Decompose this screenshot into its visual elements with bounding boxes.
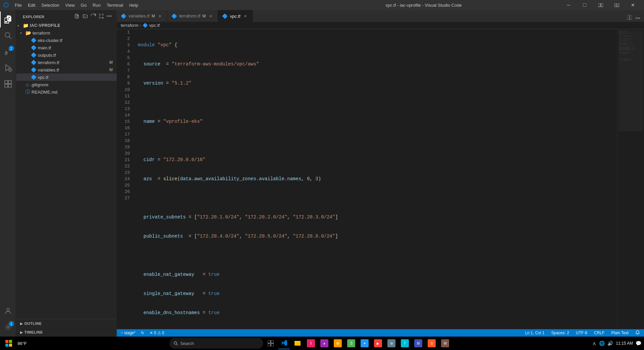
refresh-button[interactable] [90,13,97,20]
collapse-all-button[interactable] [98,13,105,20]
taskbar-explorer[interactable] [291,337,304,349]
svg-rect-26 [9,344,12,347]
weather-widget[interactable]: 86°F [16,337,28,349]
code-area[interactable]: module "vpc" { source = "terraform-aws-m… [135,29,617,329]
code-line-1: module "vpc" { [138,42,617,48]
file-variables[interactable]: 🔷 variables.tf M [16,66,117,73]
menu-edit[interactable]: Edit [25,2,38,8]
code-line-13: enable_nat_gateway = true [138,271,617,278]
notifications-item[interactable] [634,329,641,337]
more-tabs-button[interactable]: ••• [634,14,641,22]
taskbar-search[interactable]: Search [169,338,263,349]
start-button[interactable] [3,337,15,349]
menu-view[interactable]: View [63,2,77,8]
taskbar-app-8[interactable]: T [399,337,411,349]
terraform-folder-item[interactable]: ▾ 📂 terraform [16,29,117,37]
breadcrumb-terraform[interactable]: terraform [121,23,139,28]
root-folder-item[interactable]: ▾ 📁 IAC-VPROFILE [16,22,117,29]
more-actions-button[interactable]: ••• [106,13,113,20]
file-vpc[interactable]: 🔷 vpc.tf [16,73,117,81]
split-editor-button[interactable] [626,14,633,22]
file-outputs[interactable]: 🔷 outputs.tf [16,51,117,59]
taskbar-datetime[interactable]: 11:15 AM [616,341,633,346]
activity-account[interactable] [0,303,16,319]
file-readme[interactable]: ⓘ README.md [16,88,117,96]
language-item[interactable]: Plain Text [610,329,630,337]
breadcrumb-vpc[interactable]: vpc.tf [149,23,160,28]
line-num-12: 12 [117,99,132,106]
taskbar-app-7[interactable]: ⚙ [385,337,397,349]
position-item[interactable]: Ln 1, Col 1 [524,329,546,337]
code-line-4 [138,99,617,106]
new-file-button[interactable] [74,13,80,20]
taskbar-app-2[interactable]: ♦ [318,337,330,349]
editor-area: 🔷 variables.tf M × 🔷 terraform.tf M × 🔷 … [117,10,644,337]
menu-help[interactable]: Help [126,2,141,8]
timeline-header[interactable]: ▶ TIMELINE [16,328,117,337]
menu-selection[interactable]: Selection [39,2,62,8]
activity-run[interactable] [0,60,16,76]
maximize-button[interactable] [577,0,592,10]
new-folder-button[interactable] [82,13,89,20]
sidebar-bottom: ▶ OUTLINE ▶ TIMELINE [16,319,117,337]
svg-rect-18 [8,84,11,87]
tab-terraform[interactable]: 🔷 terraform.tf M × [167,10,218,22]
notification-center-button[interactable]: 💬 [636,341,641,346]
activity-search[interactable] [0,28,16,44]
taskbar-network-icon[interactable]: 🌐 [599,341,605,346]
menu-run[interactable]: Run [90,2,103,8]
activity-explorer[interactable] [0,11,16,28]
activity-source-control[interactable]: 2 [0,44,16,60]
taskbar-app-9[interactable]: M [412,337,424,349]
tab-close-variables[interactable]: × [157,13,163,19]
taskbar-volume-icon[interactable]: 🔊 [607,341,613,346]
sidebar-header: EXPLORER [16,10,117,22]
taskbar-app-5[interactable]: ✦ [359,337,371,349]
activity-extensions[interactable] [0,76,16,92]
taskbar-app-1[interactable]: i [305,337,317,349]
taskbar-time: 11:15 AM [616,341,633,346]
outline-header[interactable]: ▶ OUTLINE [16,319,117,328]
line-num-22: 22 [117,163,132,169]
file-eks-cluster[interactable]: 🔷 eks-cluster.tf [16,37,117,44]
line-num-24: 24 [117,176,132,182]
spaces-item[interactable]: Spaces: 2 [550,329,570,337]
editor-content[interactable]: 1 2 3 4 5 6 7 8 9 10 11 12 13 14 15 16 1… [117,29,644,329]
taskbar-app-6[interactable]: ▶ [372,337,384,349]
menu-file[interactable]: File [12,2,24,8]
encoding-item[interactable]: UTF-8 [575,329,589,337]
menu-terminal[interactable]: Terminal [104,2,126,8]
taskbar-app-3[interactable]: ⊕ [332,337,344,349]
code-line-10: private_subnets = ["172.20.1.0/24", "172… [138,214,617,220]
taskbar-app-4[interactable]: S [345,337,357,349]
activity-settings[interactable]: 1 [0,319,16,335]
line-num-18: 18 [117,138,132,144]
file-terraform[interactable]: 🔷 terraform.tf M [16,59,117,66]
tab-variables[interactable]: 🔷 variables.tf M × [117,10,167,22]
errors-item[interactable]: ✕ 0 ⚠ 0 [148,329,165,337]
sync-item[interactable]: ↻ [140,329,146,337]
task-view-button[interactable] [265,337,277,349]
tab-close-terraform[interactable]: × [208,13,214,19]
layout-button[interactable] [609,0,625,10]
taskbar-vscode[interactable] [278,337,290,349]
minimize-button[interactable] [561,0,576,10]
file-name-readme: README.md [32,90,57,95]
menu-bar: File Edit Selection View Go Run Terminal… [12,2,286,8]
file-gitignore[interactable]: ◇ .gitignore [16,81,117,88]
file-main[interactable]: 🔷 main.tf [16,44,117,51]
split-button[interactable] [593,0,608,10]
tab-vpc[interactable]: 🔷 vpc.tf × [218,10,253,22]
svg-point-19 [7,308,9,311]
taskbar-app-11[interactable]: W [439,337,451,349]
line-ending-item[interactable]: CRLF [593,329,606,337]
menu-go[interactable]: Go [78,2,89,8]
branch-item[interactable]: ⑂ stage* [119,329,137,337]
terraform-folder-arrow: ▾ [20,31,25,35]
taskbar-app-10[interactable]: S [426,337,438,349]
line-num-2: 2 [117,36,132,42]
tab-close-vpc[interactable]: × [243,13,249,19]
git-branch-icon: ⑂ [121,331,123,335]
close-button[interactable]: ✕ [625,0,641,10]
settings-badge: 1 [9,321,14,327]
